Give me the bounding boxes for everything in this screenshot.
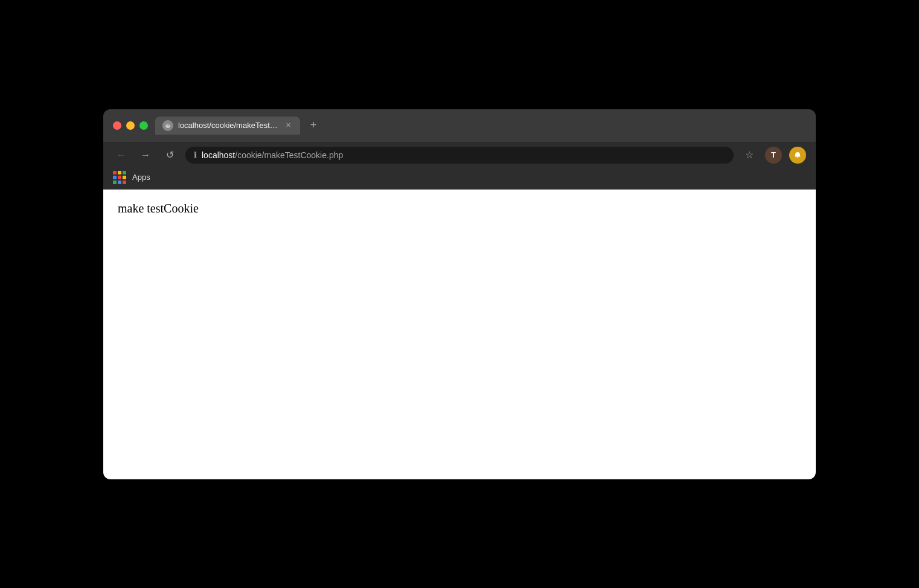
new-tab-button[interactable]: + bbox=[305, 117, 322, 134]
svg-point-1 bbox=[165, 124, 170, 127]
tab-title: localhost/cookie/makeTestCookic bbox=[178, 121, 278, 130]
grid-dot bbox=[118, 181, 121, 184]
svg-point-3 bbox=[168, 124, 170, 126]
grid-dot bbox=[113, 176, 117, 179]
grid-dot bbox=[123, 176, 126, 179]
active-tab[interactable]: localhost/cookie/makeTestCookic ✕ bbox=[155, 117, 300, 135]
notification-avatar[interactable] bbox=[789, 147, 806, 164]
page-content-text: make testCookie bbox=[118, 202, 801, 216]
address-bar: ← → ↺ ℹ localhost/cookie/makeTestCookie.… bbox=[103, 142, 816, 168]
svg-point-2 bbox=[167, 124, 168, 126]
grid-dot bbox=[113, 181, 117, 184]
grid-dot bbox=[123, 171, 126, 174]
url-path: /cookie/makeTestCookie.php bbox=[235, 150, 343, 160]
window-controls bbox=[113, 121, 148, 130]
grid-dot bbox=[118, 176, 121, 179]
tab-favicon bbox=[162, 120, 173, 131]
content-area: make testCookie bbox=[103, 190, 816, 479]
info-icon: ℹ bbox=[194, 150, 197, 159]
back-button[interactable]: ← bbox=[113, 147, 130, 164]
bookmarks-bar: Apps bbox=[103, 168, 816, 190]
reload-button[interactable]: ↺ bbox=[161, 147, 178, 164]
grid-dot bbox=[123, 181, 126, 184]
tab-bar: localhost/cookie/makeTestCookic ✕ + bbox=[155, 117, 806, 135]
grid-dot bbox=[118, 171, 121, 174]
profile-avatar[interactable]: T bbox=[765, 147, 782, 164]
tab-close-button[interactable]: ✕ bbox=[283, 121, 293, 130]
apps-label[interactable]: Apps bbox=[129, 171, 154, 183]
svg-rect-5 bbox=[797, 156, 799, 158]
bookmark-button[interactable]: ☆ bbox=[741, 147, 758, 164]
url-bar[interactable]: ℹ localhost/cookie/makeTestCookie.php bbox=[185, 147, 734, 164]
forward-button[interactable]: → bbox=[137, 147, 154, 164]
browser-window: localhost/cookie/makeTestCookic ✕ + ← → … bbox=[103, 109, 816, 479]
minimize-button[interactable] bbox=[126, 121, 135, 130]
title-bar: localhost/cookie/makeTestCookic ✕ + bbox=[103, 109, 816, 142]
url-text: localhost/cookie/makeTestCookie.php bbox=[202, 150, 725, 160]
url-host: localhost bbox=[202, 150, 235, 160]
maximize-button[interactable] bbox=[139, 121, 148, 130]
close-button[interactable] bbox=[113, 121, 121, 130]
grid-dot bbox=[113, 171, 117, 174]
apps-grid-icon[interactable] bbox=[113, 171, 126, 184]
